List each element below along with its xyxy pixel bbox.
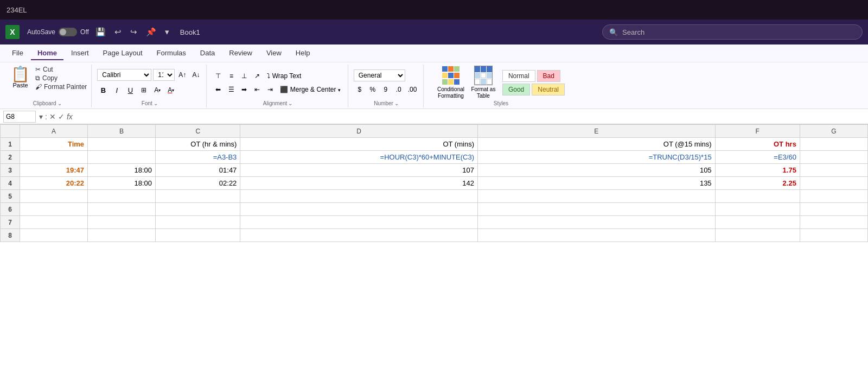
neutral-style-button[interactable]: Neutral bbox=[532, 84, 565, 96]
left-align-btn[interactable]: ⬅ bbox=[212, 84, 224, 96]
tab-file[interactable]: File bbox=[5, 47, 30, 60]
italic-button[interactable]: I bbox=[111, 84, 123, 96]
cell-3-5[interactable]: 105 bbox=[477, 164, 715, 177]
align-middle-btn[interactable]: ≡ bbox=[225, 70, 237, 82]
cell-7-5[interactable] bbox=[477, 216, 715, 229]
tab-formulas[interactable]: Formulas bbox=[150, 47, 193, 60]
cell-8-4[interactable] bbox=[240, 229, 478, 242]
cell-7-6[interactable] bbox=[715, 216, 800, 229]
normal-style-button[interactable]: Normal bbox=[502, 70, 535, 82]
cell-5-2[interactable] bbox=[88, 190, 156, 203]
font-expand-icon[interactable]: ⌄ bbox=[154, 100, 158, 106]
wrap-text-btn[interactable]: ⤵ Wrap Text bbox=[264, 71, 304, 81]
cell-5-6[interactable] bbox=[715, 190, 800, 203]
font-color-button[interactable]: A▾ bbox=[165, 84, 177, 96]
font-name-select[interactable]: Calibri bbox=[97, 69, 151, 81]
cut-button[interactable]: ✂ Cut bbox=[35, 66, 87, 73]
cell-4-3[interactable]: 02:22 bbox=[156, 177, 240, 190]
tab-help[interactable]: Help bbox=[289, 47, 317, 60]
row-header-5[interactable]: 5 bbox=[1, 190, 20, 203]
cell-3-7[interactable] bbox=[800, 164, 867, 177]
col-header-f[interactable]: F bbox=[715, 125, 800, 138]
cell-2-4[interactable]: =HOUR(C3)*60+MINUTE(C3) bbox=[240, 151, 478, 164]
cell-2-1[interactable] bbox=[20, 151, 88, 164]
good-style-button[interactable]: Good bbox=[502, 84, 530, 96]
dollar-btn[interactable]: $ bbox=[354, 84, 366, 96]
cell-1-1[interactable]: Time bbox=[20, 138, 88, 151]
col-header-e[interactable]: E bbox=[477, 125, 715, 138]
col-header-b[interactable]: B bbox=[88, 125, 156, 138]
row-header-3[interactable]: 3 bbox=[1, 164, 20, 177]
increase-indent-btn[interactable]: ⇥ bbox=[264, 84, 276, 96]
cell-1-3[interactable]: OT (hr & mins) bbox=[156, 138, 240, 151]
cell-3-3[interactable]: 01:47 bbox=[156, 164, 240, 177]
cell-1-7[interactable] bbox=[800, 138, 867, 151]
cell-5-5[interactable] bbox=[477, 190, 715, 203]
cell-5-1[interactable] bbox=[20, 190, 88, 203]
formula-cancel-icon[interactable]: ✕ bbox=[49, 112, 56, 121]
align-top-btn[interactable]: ⊤ bbox=[212, 70, 224, 82]
copy-button[interactable]: ⧉ Copy bbox=[35, 74, 87, 82]
tab-data[interactable]: Data bbox=[194, 47, 221, 60]
col-header-g[interactable]: G bbox=[800, 125, 867, 138]
number-expand-icon[interactable]: ⌄ bbox=[394, 100, 399, 106]
cell-1-6[interactable]: OT hrs bbox=[715, 138, 800, 151]
cell-6-6[interactable] bbox=[715, 203, 800, 216]
cell-8-6[interactable] bbox=[715, 229, 800, 242]
conditional-formatting-button[interactable]: ConditionalFormatting bbox=[437, 66, 464, 99]
cell-4-5[interactable]: 135 bbox=[477, 177, 715, 190]
cell-3-4[interactable]: 107 bbox=[240, 164, 478, 177]
col-header-a[interactable]: A bbox=[20, 125, 88, 138]
row-header-1[interactable]: 1 bbox=[1, 138, 20, 151]
col-header-d[interactable]: D bbox=[240, 125, 478, 138]
cell-2-2[interactable] bbox=[88, 151, 156, 164]
cell-1-2[interactable] bbox=[88, 138, 156, 151]
format-as-table-button[interactable]: Format as Table bbox=[470, 66, 497, 99]
row-header-4[interactable]: 4 bbox=[1, 177, 20, 190]
autosave-toggle[interactable] bbox=[59, 28, 77, 36]
tab-home[interactable]: Home bbox=[31, 47, 63, 60]
cell-1-4[interactable]: OT (mins) bbox=[240, 138, 478, 151]
cell-8-5[interactable] bbox=[477, 229, 715, 242]
clipboard-expand-icon[interactable]: ⌄ bbox=[58, 100, 62, 106]
cell-4-6[interactable]: 2.25 bbox=[715, 177, 800, 190]
cell-1-5[interactable]: OT (@15 mins) bbox=[477, 138, 715, 151]
right-align-btn[interactable]: ➡ bbox=[238, 84, 250, 96]
cell-2-6[interactable]: =E3/60 bbox=[715, 151, 800, 164]
increase-decimal-btn[interactable]: .00 bbox=[406, 84, 419, 96]
cell-8-3[interactable] bbox=[156, 229, 240, 242]
undo-button[interactable]: ↩ bbox=[112, 26, 124, 39]
cell-8-1[interactable] bbox=[20, 229, 88, 242]
cell-3-6[interactable]: 1.75 bbox=[715, 164, 800, 177]
redo-button[interactable]: ↪ bbox=[128, 26, 139, 39]
underline-button[interactable]: U bbox=[124, 84, 136, 96]
cell-4-2[interactable]: 18:00 bbox=[88, 177, 156, 190]
row-header-7[interactable]: 7 bbox=[1, 216, 20, 229]
align-bottom-btn[interactable]: ⊥ bbox=[238, 70, 250, 82]
alignment-expand-icon[interactable]: ⌄ bbox=[288, 100, 292, 106]
col-header-c[interactable]: C bbox=[156, 125, 240, 138]
tab-review[interactable]: Review bbox=[222, 47, 259, 60]
number-format-select[interactable]: General bbox=[354, 69, 405, 81]
cell-2-7[interactable] bbox=[800, 151, 867, 164]
formula-input[interactable] bbox=[76, 111, 865, 122]
bad-style-button[interactable]: Bad bbox=[537, 70, 560, 82]
comma-btn[interactable]: 9 bbox=[380, 84, 392, 96]
merge-center-btn[interactable]: ⬛ Merge & Center ▾ bbox=[277, 85, 343, 94]
cell-5-3[interactable] bbox=[156, 190, 240, 203]
cell-4-1[interactable]: 20:22 bbox=[20, 177, 88, 190]
tab-view[interactable]: View bbox=[260, 47, 288, 60]
format-painter-button[interactable]: 🖌 Format Painter bbox=[35, 83, 87, 91]
cell-reference-input[interactable] bbox=[3, 111, 36, 123]
percent-btn[interactable]: % bbox=[367, 84, 379, 96]
row-header-2[interactable]: 2 bbox=[1, 151, 20, 164]
fill-color-button[interactable]: A▾ bbox=[151, 84, 163, 96]
cell-6-2[interactable] bbox=[88, 203, 156, 216]
cell-6-1[interactable] bbox=[20, 203, 88, 216]
cell-8-7[interactable] bbox=[800, 229, 867, 242]
orientation-btn[interactable]: ↗ bbox=[251, 70, 263, 82]
tab-page-layout[interactable]: Page Layout bbox=[97, 47, 149, 60]
cell-6-7[interactable] bbox=[800, 203, 867, 216]
cell-7-1[interactable] bbox=[20, 216, 88, 229]
save-button[interactable]: 💾 bbox=[93, 26, 108, 39]
